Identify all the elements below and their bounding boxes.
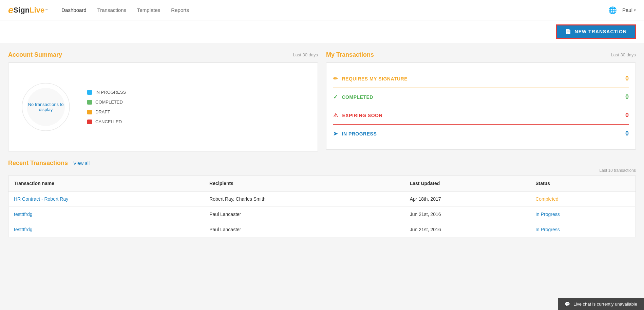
in-progress-row: ➤ IN PROGRESS 0	[333, 125, 629, 143]
status-badge: In Progress	[535, 212, 560, 217]
nav-transactions[interactable]: Transactions	[97, 6, 126, 14]
completed-row: ✓ COMPLETED 0	[333, 88, 629, 106]
legend-completed: COMPLETED	[87, 99, 126, 105]
logo-tm: ™	[44, 8, 48, 12]
recent-transactions-title: Recent Transactions	[8, 160, 68, 167]
donut-container: No transactions to display IN PROGRESS C…	[15, 70, 311, 144]
new-transaction-icon: 📄	[565, 29, 571, 34]
account-summary-title: Account Summary	[8, 51, 62, 58]
tx-name-cell: HR Contract - Robert Ray	[8, 191, 204, 207]
account-summary-subtitle: Last 30 days	[293, 52, 318, 57]
tx-name-cell: testttfrdg	[8, 222, 204, 237]
pencil-icon: ✏	[333, 75, 338, 82]
main-nav: Dashboard Transactions Templates Reports	[61, 6, 189, 14]
legend-label-completed: COMPLETED	[95, 99, 123, 105]
legend-label-cancelled: CANCELLED	[95, 119, 122, 124]
chevron-down-icon: ▾	[634, 8, 636, 13]
tx-name-link[interactable]: testttfrdg	[14, 212, 32, 217]
logo-e: e	[8, 5, 14, 16]
recent-transactions-section: Recent Transactions View all Last 10 tra…	[8, 160, 636, 237]
legend-dot-in-progress	[87, 90, 92, 95]
header: eSignLive™ Dashboard Transactions Templa…	[0, 0, 644, 20]
table-header-row: Transaction name Recipients Last Updated…	[8, 176, 636, 192]
legend-dot-cancelled	[87, 120, 92, 124]
new-transaction-area: 📄 NEW TRANSACTION	[0, 20, 644, 43]
expiring-soon-text: EXPIRING SOON	[342, 113, 383, 118]
expiring-soon-label: ⚠ EXPIRING SOON	[333, 112, 382, 118]
header-right: 🌐 Paul ▾	[608, 6, 636, 14]
col-last-updated: Last Updated	[404, 176, 530, 192]
account-summary-card: No transactions to display IN PROGRESS C…	[8, 62, 318, 151]
col-status: Status	[530, 176, 636, 192]
tx-recipients-cell: Paul Lancaster	[204, 207, 404, 222]
my-transactions-section: My Transactions Last 30 days ✏ REQUIRES …	[326, 51, 636, 151]
new-transaction-button[interactable]: 📄 NEW TRANSACTION	[556, 24, 636, 39]
transactions-table: Transaction name Recipients Last Updated…	[8, 176, 636, 237]
legend-label-draft: DRAFT	[95, 109, 110, 114]
legend-dot-completed	[87, 100, 92, 105]
expiring-soon-row: ⚠ EXPIRING SOON 0	[333, 106, 629, 125]
requires-signature-row: ✏ REQUIRES MY SIGNATURE 0	[333, 70, 629, 88]
my-transactions-subtitle: Last 30 days	[611, 52, 636, 57]
last-10-label: Last 10 transactions	[8, 168, 636, 173]
account-summary-header: Account Summary Last 30 days	[8, 51, 318, 58]
requires-signature-text: REQUIRES MY SIGNATURE	[342, 76, 408, 81]
status-badge: In Progress	[535, 227, 560, 232]
tx-last-updated-cell: Jun 21st, 2016	[404, 207, 530, 222]
my-transactions-header: My Transactions Last 30 days	[326, 51, 636, 58]
legend-in-progress: IN PROGRESS	[87, 90, 126, 95]
legend-dot-draft	[87, 110, 92, 114]
table-row: HR Contract - Robert Ray Robert Ray, Cha…	[8, 191, 636, 207]
chart-legend: IN PROGRESS COMPLETED DRAFT CANCELLED	[87, 90, 126, 124]
legend-label-in-progress: IN PROGRESS	[95, 90, 126, 95]
nav-dashboard[interactable]: Dashboard	[61, 6, 86, 14]
tx-last-updated-cell: Apr 18th, 2017	[404, 191, 530, 207]
tx-name-link[interactable]: testttfrdg	[14, 227, 32, 232]
table-row: testttfrdg Paul Lancaster Jun 21st, 2016…	[8, 207, 636, 222]
my-transactions-title: My Transactions	[326, 51, 374, 58]
user-menu[interactable]: Paul ▾	[622, 7, 636, 13]
recent-transactions-header: Recent Transactions View all	[8, 160, 636, 167]
tx-name-link[interactable]: HR Contract - Robert Ray	[14, 196, 68, 202]
logo: eSignLive™	[8, 5, 48, 16]
donut-empty-text: No transactions to display	[25, 102, 66, 112]
tx-recipients-cell: Robert Ray, Charles Smith	[204, 191, 404, 207]
col-transaction-name: Transaction name	[8, 176, 204, 192]
my-transactions-card: ✏ REQUIRES MY SIGNATURE 0 ✓ COMPLETED 0 …	[326, 62, 636, 150]
expiring-soon-count: 0	[625, 112, 629, 119]
status-badge: Completed	[535, 196, 558, 202]
tx-recipients-cell: Paul Lancaster	[204, 222, 404, 237]
completed-count: 0	[625, 93, 629, 101]
requires-signature-count: 0	[625, 75, 629, 82]
completed-text: COMPLETED	[342, 94, 373, 100]
nav-templates[interactable]: Templates	[137, 6, 160, 14]
nav-reports[interactable]: Reports	[171, 6, 189, 14]
in-progress-text: IN PROGRESS	[342, 131, 377, 136]
warning-icon: ⚠	[333, 112, 338, 118]
tx-status-cell: In Progress	[530, 207, 636, 222]
donut-chart: No transactions to display	[15, 76, 76, 138]
in-progress-label: ➤ IN PROGRESS	[333, 130, 377, 137]
account-summary-section: Account Summary Last 30 days No transact…	[8, 51, 318, 151]
col-recipients: Recipients	[204, 176, 404, 192]
logo-live: Live	[30, 6, 44, 15]
legend-cancelled: CANCELLED	[87, 119, 126, 124]
user-name: Paul	[622, 7, 632, 13]
tx-name-cell: testttfrdg	[8, 207, 204, 222]
main-content: Account Summary Last 30 days No transact…	[0, 43, 644, 245]
new-transaction-label: NEW TRANSACTION	[575, 29, 627, 34]
check-icon: ✓	[333, 94, 338, 100]
completed-label: ✓ COMPLETED	[333, 94, 373, 100]
tx-status-cell: In Progress	[530, 222, 636, 237]
requires-signature-label: ✏ REQUIRES MY SIGNATURE	[333, 75, 408, 82]
globe-icon[interactable]: 🌐	[608, 6, 617, 14]
tx-last-updated-cell: Jun 21st, 2016	[404, 222, 530, 237]
logo-sign: Sign	[14, 6, 30, 15]
in-progress-count: 0	[625, 130, 629, 137]
tx-status-cell: Completed	[530, 191, 636, 207]
view-all-link[interactable]: View all	[73, 161, 90, 166]
legend-draft: DRAFT	[87, 109, 126, 114]
table-row: testttfrdg Paul Lancaster Jun 21st, 2016…	[8, 222, 636, 237]
send-icon: ➤	[333, 130, 338, 137]
